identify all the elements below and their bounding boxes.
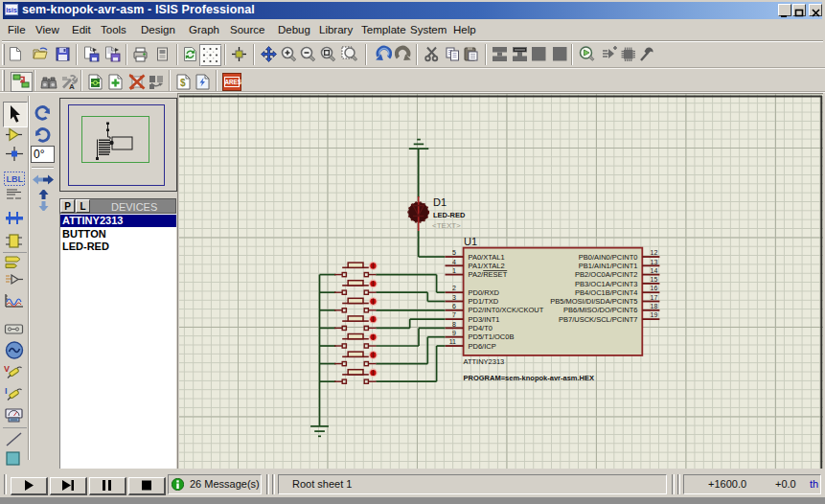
svg-text:13: 13: [651, 259, 658, 265]
svg-text:PROGRAM=sem-knopok-avr-asm.HEX: PROGRAM=sem-knopok-avr-asm.HEX: [464, 374, 595, 382]
svg-text:ARES: ARES: [224, 79, 241, 85]
svg-text:16: 16: [651, 285, 658, 291]
svg-text:6: 6: [452, 303, 456, 309]
svg-text:3: 3: [452, 294, 456, 301]
svg-text:ATTINY2313: ATTINY2313: [464, 357, 505, 366]
svg-text:18: 18: [651, 303, 658, 309]
svg-text:12: 12: [651, 249, 658, 256]
svg-text:1: 1: [452, 267, 456, 274]
svg-text:8: 8: [452, 321, 456, 328]
svg-text:PA0/XTAL1: PA0/XTAL1: [469, 253, 505, 262]
svg-text:<TEXT>: <TEXT>: [432, 221, 461, 230]
svg-text:5: 5: [452, 249, 456, 256]
svg-text:PD2/INT0/XCK/CKOUT: PD2/INT0/XCK/CKOUT: [469, 306, 544, 314]
svg-text:4: 4: [452, 259, 456, 265]
svg-text:15: 15: [651, 276, 658, 283]
svg-text:D1: D1: [433, 196, 447, 208]
svg-text:I: I: [5, 386, 8, 396]
svg-text:14: 14: [651, 267, 658, 274]
svg-text:PD3/INT1: PD3/INT1: [469, 315, 500, 324]
svg-text:PB5/MOSI/DI/SDA/PCINT5: PB5/MOSI/DI/SDA/PCINT5: [550, 297, 637, 306]
svg-text:PB7/USCK/SCL/PCINT7: PB7/USCK/SCL/PCINT7: [559, 315, 638, 324]
svg-text:LBL: LBL: [7, 174, 24, 184]
svg-text:PB1/AIN1/PCINT1: PB1/AIN1/PCINT1: [579, 262, 638, 270]
svg-text:7: 7: [452, 311, 456, 318]
svg-text:PB4/OC1B/PCINT4: PB4/OC1B/PCINT4: [575, 288, 637, 297]
svg-text:PB0/AIN0/PCINT0: PB0/AIN0/PCINT0: [579, 253, 638, 262]
svg-text:PD5/T1/OC0B: PD5/T1/OC0B: [469, 332, 515, 341]
svg-text:$: $: [180, 78, 186, 88]
svg-text:2: 2: [452, 285, 456, 291]
svg-text:PD4/T0: PD4/T0: [469, 324, 493, 332]
svg-text:A: A: [69, 82, 75, 90]
svg-text:PD0/RXD: PD0/RXD: [469, 288, 500, 297]
svg-text:V: V: [4, 364, 10, 374]
svg-text:PD1/TXD: PD1/TXD: [469, 297, 499, 306]
svg-text:PA2/RESET: PA2/RESET: [469, 270, 508, 279]
svg-text:PB2/OC0A/PCINT2: PB2/OC0A/PCINT2: [575, 270, 637, 279]
svg-text:19: 19: [651, 311, 658, 318]
svg-text:11: 11: [449, 338, 456, 345]
svg-text:9: 9: [452, 330, 456, 336]
svg-text:17: 17: [651, 294, 658, 301]
svg-text:PA1/XTAL2: PA1/XTAL2: [469, 262, 505, 270]
svg-text:U1: U1: [464, 236, 477, 247]
svg-text:LED-RED: LED-RED: [433, 211, 466, 219]
svg-text:PD6/ICP: PD6/ICP: [469, 342, 496, 351]
svg-text:PB6/MISO/DO/PCINT6: PB6/MISO/DO/PCINT6: [563, 306, 638, 314]
svg-text:PB3/OC1A/PCINT3: PB3/OC1A/PCINT3: [575, 280, 637, 288]
